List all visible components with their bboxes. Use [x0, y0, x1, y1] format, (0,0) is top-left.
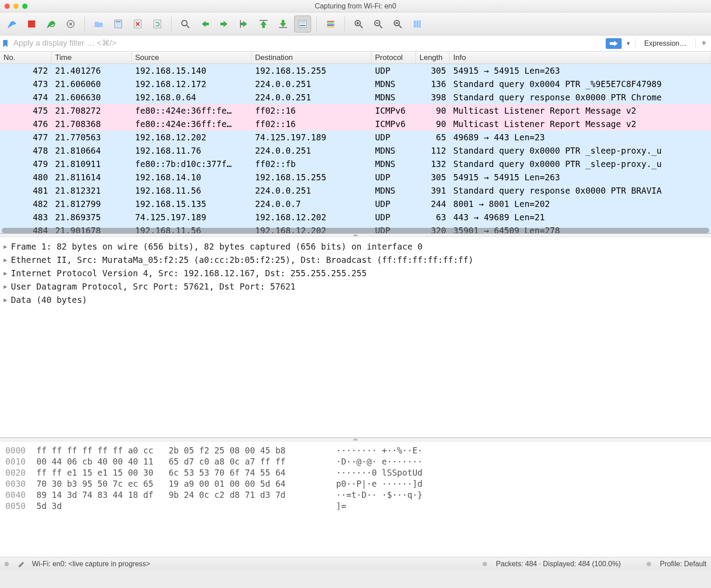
toolbar-separator — [171, 17, 172, 31]
packet-bytes-pane[interactable]: 0000ff ff ff ff ff ff a0 cc 2b 05 f2 25 … — [0, 441, 711, 557]
svg-rect-6 — [154, 20, 161, 28]
titlebar: Capturing from Wi-Fi: en0 — [0, 0, 711, 12]
reload-file-button[interactable] — [149, 16, 166, 32]
go-back-button[interactable] — [196, 16, 213, 32]
start-capture-button[interactable] — [4, 16, 20, 32]
column-header-protocol[interactable]: Protocol — [371, 52, 416, 64]
packet-row[interactable]: 47721.770563192.168.12.20274.125.197.189… — [0, 131, 711, 144]
go-first-packet-button[interactable] — [255, 16, 272, 32]
svg-rect-3 — [115, 20, 122, 28]
svg-rect-33 — [419, 20, 421, 28]
restart-capture-button[interactable] — [43, 16, 60, 32]
svg-line-28 — [399, 25, 402, 28]
go-forward-button[interactable] — [216, 16, 233, 32]
status-profile[interactable]: Profile: Default — [660, 560, 707, 568]
window-title: Capturing from Wi-Fi: en0 — [0, 2, 711, 10]
display-filter-input[interactable] — [12, 37, 603, 50]
jump-to-packet-button[interactable] — [236, 16, 252, 32]
packet-row[interactable]: 47221.401276192.168.15.140192.168.15.255… — [0, 64, 711, 77]
packet-row[interactable]: 47621.708368fe80::424e:36ff:fe…ff02::16I… — [0, 117, 711, 131]
column-header-length[interactable]: Length — [416, 52, 450, 64]
column-header-time[interactable]: Time — [52, 52, 132, 64]
hex-row[interactable]: 00505d 3d ]= — [5, 501, 706, 512]
colorize-button[interactable] — [322, 16, 339, 32]
auto-scroll-button[interactable] — [294, 16, 311, 32]
zoom-in-button[interactable] — [350, 16, 367, 32]
hex-row[interactable]: 004089 14 3d 74 83 44 18 df 9b 24 0c c2 … — [5, 489, 706, 501]
packet-row[interactable]: 48321.86937574.125.197.189192.168.12.202… — [0, 211, 711, 224]
resize-columns-button[interactable] — [409, 16, 426, 32]
column-header-source[interactable]: Source — [132, 52, 252, 64]
svg-rect-0 — [28, 20, 35, 28]
column-header-destination[interactable]: Destination — [252, 52, 371, 64]
separator — [635, 38, 635, 49]
pane-splitter[interactable] — [0, 234, 711, 237]
svg-line-25 — [379, 25, 382, 28]
detail-tree-item[interactable]: ▶User Datagram Protocol, Src Port: 57621… — [4, 280, 707, 293]
save-file-button[interactable] — [110, 16, 127, 32]
svg-point-27 — [394, 20, 399, 26]
packet-row[interactable]: 48121.812321192.168.11.56224.0.0.251MDNS… — [0, 184, 711, 197]
packet-row[interactable]: 47921.810911fe80::7b:d10c:377f…ff02::fbM… — [0, 157, 711, 171]
disclosure-triangle-icon[interactable]: ▶ — [4, 240, 7, 253]
toolbar-separator — [316, 17, 317, 31]
packet-row[interactable]: 47521.708272fe80::424e:36ff:fe…ff02::16I… — [0, 104, 711, 117]
detail-tree-item[interactable]: ▶Ethernet II, Src: MurataMa_05:f2:25 (a0… — [4, 253, 707, 266]
detail-tree-item[interactable]: ▶Internet Protocol Version 4, Src: 192.1… — [4, 266, 707, 280]
svg-rect-9 — [240, 20, 241, 28]
packet-list-pane[interactable]: 47221.401276192.168.15.140192.168.15.255… — [0, 64, 711, 234]
packet-row[interactable]: 47821.810664192.168.11.76224.0.0.251MDNS… — [0, 144, 711, 157]
toolbar-separator — [344, 17, 345, 31]
pane-splitter[interactable] — [0, 438, 711, 441]
packet-row[interactable]: 47421.606630192.168.0.64224.0.0.251MDNS3… — [0, 91, 711, 104]
zoom-out-button[interactable] — [370, 16, 387, 32]
hex-row[interactable]: 0020ff ff e1 15 e1 15 00 30 6c 53 53 70 … — [5, 467, 706, 478]
apply-filter-button[interactable] — [606, 38, 622, 49]
filter-history-dropdown[interactable]: ▼ — [624, 40, 632, 47]
column-header-info[interactable]: Info — [450, 52, 711, 64]
status-dot-icon — [483, 562, 487, 566]
detail-tree-item[interactable]: ▶Frame 1: 82 bytes on wire (656 bits), 8… — [4, 240, 707, 253]
disclosure-triangle-icon[interactable]: ▶ — [4, 280, 7, 293]
close-file-button[interactable] — [129, 16, 146, 32]
svg-rect-31 — [414, 20, 416, 28]
status-dot-icon — [647, 562, 651, 566]
packet-details-pane[interactable]: ▶Frame 1: 82 bytes on wire (656 bits), 8… — [0, 237, 711, 438]
svg-line-8 — [187, 25, 189, 28]
bookmark-icon[interactable] — [2, 40, 9, 48]
svg-rect-12 — [299, 20, 306, 28]
status-interface: Wi-Fi: en0: <live capture in progress> — [32, 560, 150, 568]
main-toolbar — [0, 12, 711, 36]
expression-button[interactable]: Expression… — [638, 40, 693, 48]
hex-row[interactable]: 003070 30 b3 95 50 7c ec 65 19 a9 00 01 … — [5, 478, 706, 489]
horizontal-scrollbar[interactable] — [2, 228, 709, 233]
disclosure-triangle-icon[interactable]: ▶ — [4, 293, 7, 306]
svg-rect-4 — [116, 21, 120, 22]
filter-toolbar: ▼ Expression… + — [0, 36, 711, 52]
status-bar: Wi-Fi: en0: <live capture in progress> P… — [0, 557, 711, 570]
stop-capture-button[interactable] — [23, 16, 40, 32]
add-filter-button[interactable]: + — [699, 38, 709, 48]
svg-point-7 — [182, 20, 187, 26]
go-last-packet-button[interactable] — [275, 16, 292, 32]
toolbar-separator — [84, 17, 85, 31]
hex-row[interactable]: 001000 44 06 cb 40 00 40 11 65 d7 c0 a8 … — [5, 456, 706, 467]
column-header-no[interactable]: No. — [0, 52, 52, 64]
disclosure-triangle-icon[interactable]: ▶ — [4, 266, 7, 280]
hex-row[interactable]: 0000ff ff ff ff ff ff a0 cc 2b 05 f2 25 … — [5, 445, 706, 456]
packet-row[interactable]: 48221.812799192.168.15.135224.0.0.7UDP24… — [0, 197, 711, 211]
find-packet-button[interactable] — [177, 16, 194, 32]
expert-info-icon[interactable] — [4, 562, 9, 566]
svg-rect-16 — [327, 21, 334, 22]
packet-list-header: No. Time Source Destination Protocol Len… — [0, 52, 711, 64]
edit-icon[interactable] — [18, 560, 26, 568]
open-file-button[interactable] — [90, 16, 107, 32]
disclosure-triangle-icon[interactable]: ▶ — [4, 253, 7, 266]
zoom-reset-button[interactable] — [389, 16, 406, 32]
svg-rect-19 — [327, 26, 334, 28]
detail-tree-item[interactable]: ▶Data (40 bytes) — [4, 293, 707, 306]
packet-row[interactable]: 48021.811614192.168.14.10192.168.15.255U… — [0, 171, 711, 184]
packet-row[interactable]: 47321.606060192.168.12.172224.0.0.251MDN… — [0, 77, 711, 91]
status-packets: Packets: 484 · Displayed: 484 (100.0%) — [496, 560, 621, 568]
capture-options-button[interactable] — [62, 16, 79, 32]
